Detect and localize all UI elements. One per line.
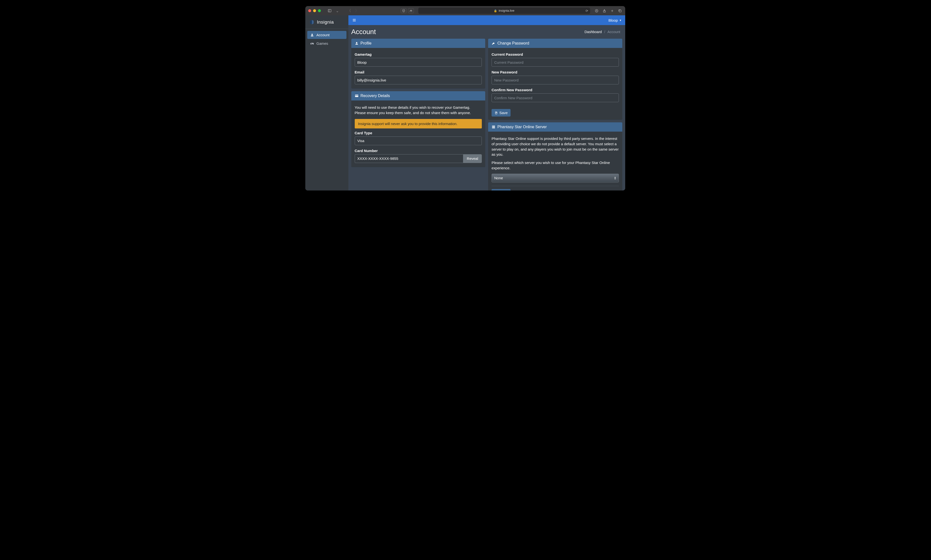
svg-point-10 [493,128,493,128]
svg-rect-4 [619,10,621,12]
dropdown-chevron-icon[interactable]: ⌄ [335,8,340,14]
hamburger-button[interactable] [352,18,357,23]
card-title: Phantasy Star Online Server [497,125,547,129]
close-window-button[interactable] [308,9,311,12]
server-icon [491,125,496,129]
current-password-label: Current Password [491,52,619,57]
breadcrumb: Dashboard / Account [585,30,620,34]
change-password-header: Change Password [488,39,622,48]
breadcrumb-root[interactable]: Dashboard [585,30,602,34]
save-password-button[interactable]: Save [491,109,511,117]
lock-icon: 🔒 [494,9,497,12]
email-label: Email [355,70,482,74]
card-title: Recovery Details [361,94,390,98]
minimize-window-button[interactable] [313,9,316,12]
reveal-button[interactable]: Reveal [463,154,482,163]
profile-card: Profile Gamertag Email [351,39,485,88]
forward-button[interactable]: 〉 [354,8,360,14]
card-number-label: Card Number [355,149,482,153]
recovery-help-text: You will need to use these details if yo… [355,105,482,115]
recovery-card: Recovery Details You will need to use th… [351,91,485,167]
recovery-warning: Insignia support will never ask you to p… [355,119,482,128]
share-icon[interactable] [602,9,607,13]
page-title: Account [351,28,376,36]
extension-js-icon[interactable]: JS [408,8,414,13]
svg-rect-7 [492,126,495,127]
brand-name: Insignia [317,20,334,25]
sidebar-toggle-icon[interactable] [327,8,333,14]
pso-card: Phantasy Star Online Server Phantasy Sta… [488,122,622,191]
sidebar-item-label: Account [317,33,330,37]
brand-logo-icon [309,20,315,25]
caret-down-icon: ▼ [619,19,622,22]
window-controls [308,9,321,12]
pso-server-select[interactable]: None [491,174,619,182]
change-password-card: Change Password Current Password New Pas… [488,39,622,120]
card-title: Change Password [497,41,529,46]
recovery-card-header: Recovery Details [351,91,485,100]
topbar: Bloop ▼ [348,15,625,25]
toolbar-right [594,9,622,13]
save-icon [494,111,498,115]
confirm-password-input[interactable] [491,94,619,102]
save-label: Save [499,111,508,115]
back-button[interactable]: 〈 [346,8,352,14]
gamertag-field[interactable] [355,58,482,67]
breadcrumb-separator: / [603,30,607,34]
svg-point-9 [493,126,493,126]
gamepad-icon [310,42,314,46]
save-pso-button[interactable]: Save [491,189,511,191]
user-name: Bloop [608,18,618,22]
new-tab-icon[interactable] [610,9,614,13]
breadcrumb-current: Account [607,30,620,34]
extension-cube-icon[interactable] [401,8,407,13]
key-icon [491,42,496,45]
address-bar[interactable]: 🔒 insignia.live ⟳ [418,8,590,14]
tabs-overview-icon[interactable] [618,9,622,13]
sidebar-item-account[interactable]: Account [307,31,346,39]
svg-rect-6 [355,95,358,96]
app-sidebar: Insignia Account Games [305,15,348,191]
url-host: insignia.live [499,9,514,12]
brand[interactable]: Insignia [305,15,348,29]
user-icon [355,42,359,45]
current-password-input[interactable] [491,58,619,67]
email-field[interactable] [355,75,482,85]
card-type-field[interactable] [355,137,482,145]
extension-icons: JS [401,8,414,13]
new-password-label: New Password [491,70,619,74]
new-password-input[interactable] [491,75,619,85]
sidebar-item-label: Games [317,42,328,46]
svg-rect-8 [492,127,495,128]
titlebar: ⌄ 〈 〉 JS 🔒 insignia.live ⟳ [305,6,625,15]
sidebar-item-games[interactable]: Games [307,39,346,48]
confirm-password-label: Confirm New Password [491,88,619,92]
user-menu[interactable]: Bloop ▼ [608,18,622,22]
card-icon [355,94,359,98]
zoom-window-button[interactable] [318,9,321,12]
pso-help-1: Phantasy Star Online support is provided… [491,136,619,157]
card-number-field[interactable] [355,154,463,163]
card-type-label: Card Type [355,131,482,135]
user-icon [310,33,314,37]
downloads-icon[interactable] [594,9,599,13]
profile-card-header: Profile [351,39,485,48]
svg-rect-0 [328,9,331,12]
pso-header: Phantasy Star Online Server [488,122,622,132]
pso-help-2: Please select which server you wish to u… [491,160,619,171]
browser-window: ⌄ 〈 〉 JS 🔒 insignia.live ⟳ [305,6,625,191]
reload-icon[interactable]: ⟳ [585,9,588,13]
card-title: Profile [361,41,372,46]
gamertag-label: Gamertag [355,52,482,57]
